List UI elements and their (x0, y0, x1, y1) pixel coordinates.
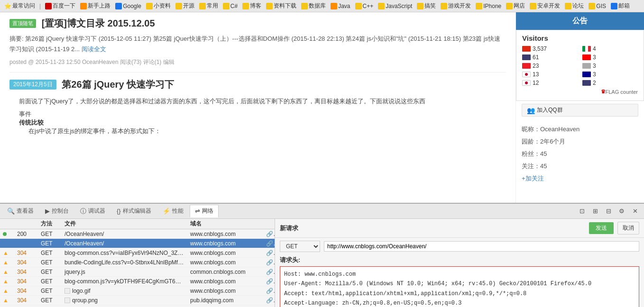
sidebar: 公告 Visitors 3,537 4 61 3 (516, 12, 644, 203)
row6-status: 304 (14, 278, 38, 285)
flag-cn (522, 46, 531, 52)
bookmark-ziliao[interactable]: 资料下载 (265, 1, 298, 10)
row8-method: GET (38, 297, 62, 304)
bookmark-gaoxiao[interactable]: 搞笑 (415, 1, 437, 10)
ad-banner: 公告 (516, 12, 644, 30)
read-more-link[interactable]: 阅读全文 (82, 45, 106, 53)
network-row-2[interactable]: GET /OceanHeaven/ www.cnblogs.com 🔗 (0, 239, 275, 248)
flag-it (582, 46, 591, 52)
bookmark-js[interactable]: JavaScript (377, 2, 414, 10)
row8-status: 304 (14, 297, 38, 304)
network-row-7[interactable]: ▲ 304 GET logo.gif www.cnblogs.com 🔗 (0, 286, 275, 296)
row4-domain: www.cnblogs.com (187, 259, 263, 266)
row1-icon: 🔗 (263, 231, 275, 237)
row1-check (0, 231, 14, 237)
network-row-1[interactable]: 200 GET /OceanHeaven/ www.cnblogs.com 🔗 (0, 229, 275, 239)
bookmark-cpp[interactable]: C++ (354, 2, 375, 10)
viewer-icon: 🔍 (7, 208, 15, 215)
bookmark-wangdian[interactable]: 网店 (505, 1, 526, 10)
tab-viewer[interactable]: 🔍 查看器 (2, 205, 39, 217)
network-row-6[interactable]: ▲ 304 GET blog-common.js?v=ykDTFH9FE4CgK… (0, 277, 275, 286)
row2-icon: 🔗 (263, 240, 275, 247)
console-icon: ▶ (45, 208, 50, 215)
bookmark-bar: ⭐ 最常访问 | 百度一下 新手上路 Google 小资料 开源 常用 C# 博… (0, 0, 644, 12)
new-request-bar: 新请求 发送 取消 (275, 219, 644, 238)
row3-domain: www.cnblogs.com (187, 250, 263, 256)
request-headers-box[interactable]: Host: www.cnblogs.comUser-Agent: Mozilla… (280, 266, 639, 307)
folder-icon (565, 3, 571, 9)
tab-performance[interactable]: ⚡ 性能 (157, 205, 189, 217)
bookmark-iphone[interactable]: IPhone (474, 2, 503, 10)
qq-group-button[interactable]: 👥 加入QQ群 (522, 104, 638, 117)
network-row-5[interactable]: ▲ 304 GET jquery.js common.cnblogs.com 🔗 (0, 267, 275, 277)
bookmark-zuichang[interactable]: ⭐ 最常访问 (3, 1, 37, 10)
tab-network[interactable]: ⇌ 网络 (190, 205, 219, 217)
folder-icon (417, 3, 423, 9)
split-icon[interactable]: ⊟ (603, 206, 614, 217)
header-line: Accept-Language: zh-CN,zh;q=0.8,en-US;q=… (284, 298, 635, 307)
method-select[interactable]: GET POST PUT DELETE (280, 241, 320, 252)
bookmark-gis[interactable]: GIS (587, 2, 607, 10)
row5-domain: common.cnblogs.com (187, 269, 263, 275)
tab-style-editor[interactable]: {} 样式编辑器 (111, 205, 156, 217)
visitor-us2-count: 2 (593, 80, 596, 86)
row8-warn: ▲ (0, 297, 14, 304)
tab-console[interactable]: ▶ 控制台 (40, 205, 74, 217)
network-icon: ⇌ (195, 208, 200, 215)
profile-follow: 关注：45 (522, 160, 638, 172)
bookmark-baidu[interactable]: 百度一下 (44, 1, 77, 10)
network-row-3[interactable]: ▲ 304 GET blog-common.css?v=iaIBFyx6Vr94… (0, 248, 275, 258)
post2-body1: 前面说了下jQuery了，大部分说的都是选择器和过滤器方面的东西，这个写完后，后… (19, 96, 506, 107)
settings-icon[interactable]: ⚙ (616, 206, 627, 217)
bookmark-game[interactable]: 游戏开发 (439, 1, 472, 10)
flag-us (522, 54, 531, 60)
url-input[interactable] (324, 241, 639, 252)
tab-debugger[interactable]: ⓘ 调试器 (75, 205, 110, 218)
bookmark-boke[interactable]: 博客 (241, 1, 263, 10)
bookmark-java[interactable]: Java (329, 2, 351, 10)
undock-icon[interactable]: ⊞ (590, 206, 600, 217)
method-url-row: GET POST PUT DELETE (280, 241, 639, 252)
bookmark-youxiang[interactable]: 邮箱 (609, 1, 631, 10)
bookmark-anzhuokaifa[interactable]: 安卓开发 (528, 1, 561, 10)
dock-icon[interactable]: ⊡ (577, 206, 587, 217)
row2-file: /OceanHeaven/ (62, 240, 187, 247)
bookmark-xinshou[interactable]: 新手上路 (79, 1, 112, 10)
send-button[interactable]: 发送 (589, 222, 614, 234)
flag-au (582, 72, 591, 77)
folder-icon (441, 3, 447, 9)
profile-nickname: 昵称：OceanHeaven (522, 123, 638, 135)
row7-icon: 🔗 (263, 288, 275, 294)
folder-icon (378, 3, 385, 9)
bookmark-luntan[interactable]: 论坛 (563, 1, 585, 10)
folder-icon (266, 3, 273, 9)
flag-us2 (582, 80, 591, 86)
bookmark-google[interactable]: Google (114, 2, 143, 10)
visitors-box: Visitors 3,537 4 61 3 (516, 30, 644, 101)
bookmark-changyong[interactable]: 常用 (198, 1, 220, 10)
post1-summary: 摘要: 第26篇 jQuery 快速学习下 (2015-12-05 11:27)… (9, 34, 506, 54)
folder-icon (476, 3, 482, 9)
network-row-4[interactable]: ▲ 304 GET bundle-CodingLife.css?v=0-Stbn… (0, 258, 275, 267)
row6-warn: ▲ (0, 278, 14, 285)
cancel-button[interactable]: 取消 (617, 222, 639, 235)
row6-method: GET (38, 278, 62, 285)
post1-meta: posted @ 2015-11-23 12:50 OceanHeaven 阅读… (9, 58, 506, 66)
network-left-panel: 方法 文件 域名 200 GET /OceanHeaven/ www.cnblo… (0, 219, 275, 307)
row5-file: jquery.js (62, 269, 187, 275)
row6-domain: www.cnblogs.com (187, 278, 263, 285)
visitor-au-count: 3 (593, 71, 596, 78)
visitor-us: 61 (522, 54, 578, 61)
add-follow-link[interactable]: +加关注 (522, 172, 638, 185)
devtools-body: 方法 文件 域名 200 GET /OceanHeaven/ www.cnblo… (0, 219, 644, 307)
bookmark-shujuku[interactable]: 数据库 (300, 1, 327, 10)
network-row-8[interactable]: ▲ 304 GET qroup.png pub.idqqimg.com 🔗 (0, 296, 275, 305)
row5-status: 304 (14, 269, 38, 275)
bookmark-csharp[interactable]: C# (221, 2, 239, 10)
bookmark-xiaoziliao[interactable]: 小资料 (145, 1, 172, 10)
bookmark-kaiyuan[interactable]: 开源 (174, 1, 196, 10)
row4-file: bundle-CodingLife.css?v=0-Stbnx4LNnlBpMf… (62, 259, 187, 266)
close-icon[interactable]: ✕ (630, 206, 640, 217)
row5-method: GET (38, 269, 62, 275)
col-domain-header: 域名 (187, 220, 263, 228)
